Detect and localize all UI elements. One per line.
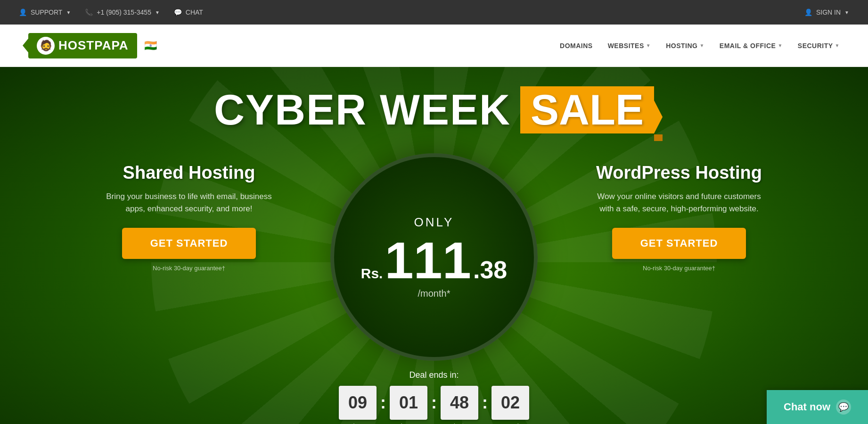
countdown-boxes: 09 days : 01 hours : 48 minutes : xyxy=(339,386,529,424)
signin-chevron: ▼ xyxy=(844,10,849,15)
shared-hosting-title: Shared Hosting xyxy=(123,163,255,183)
phone-icon: 📞 xyxy=(85,8,93,16)
support-link[interactable]: 👤 SUPPORT ▼ xyxy=(19,8,71,16)
countdown-minutes: 48 minutes xyxy=(441,386,478,424)
seconds-label: seconds xyxy=(499,422,522,424)
days-label: days xyxy=(351,422,364,424)
nav-websites[interactable]: WEBSITES ▼ xyxy=(608,42,651,50)
nav-security[interactable]: SECURITY ▼ xyxy=(798,42,840,50)
headline-sale-text: SALE xyxy=(520,86,654,133)
countdown-days: 09 days xyxy=(339,386,377,424)
phone-link[interactable]: 📞 +1 (905) 315-3455 ▼ xyxy=(85,8,160,16)
hero-headline: CYBER WEEK SALE xyxy=(214,86,654,134)
support-icon: 👤 xyxy=(19,8,27,16)
nav-domains[interactable]: DOMAINS xyxy=(560,42,593,50)
support-label: SUPPORT xyxy=(31,8,62,16)
countdown-section: Deal ends in: 09 days : 01 hours : 48 mi… xyxy=(339,370,529,424)
days-value: 09 xyxy=(339,386,377,420)
shared-hosting-guarantee: No-risk 30-day guarantee† xyxy=(153,265,225,272)
minutes-value: 48 xyxy=(441,386,478,420)
colon-3: : xyxy=(482,393,488,413)
hosting-chevron: ▼ xyxy=(699,43,704,48)
user-icon: 👤 xyxy=(804,8,812,16)
colon-1: : xyxy=(380,393,386,413)
chat-topbar-icon: 💬 xyxy=(174,8,182,16)
headline-main-text: CYBER WEEK xyxy=(214,86,511,134)
top-bar: 👤 SUPPORT ▼ 📞 +1 (905) 315-3455 ▼ 💬 CHAT… xyxy=(0,0,868,25)
countdown-seconds: 02 seconds xyxy=(491,386,529,424)
logo-text: HOSTPAPA xyxy=(58,38,129,53)
phone-chevron: ▼ xyxy=(155,10,160,15)
price-circle: ONLY Rs. 111 .38 /month* xyxy=(330,153,538,361)
signin-link[interactable]: 👤 SIGN IN ▼ xyxy=(804,8,849,16)
support-chevron: ▼ xyxy=(66,10,71,15)
price-row: Rs. 111 .38 xyxy=(361,234,508,286)
chat-topbar-label: CHAT xyxy=(186,8,203,16)
logo-area: 🧔 HOSTPAPA 🇮🇳 xyxy=(28,33,157,58)
minutes-label: minutes xyxy=(449,422,470,424)
chat-now-label: Chat now xyxy=(784,401,830,413)
seconds-value: 02 xyxy=(491,386,529,420)
header: 🧔 HOSTPAPA 🇮🇳 DOMAINS WEBSITES ▼ HOSTING… xyxy=(0,25,868,67)
price-decimal: .38 xyxy=(473,256,507,284)
top-bar-left: 👤 SUPPORT ▼ 📞 +1 (905) 315-3455 ▼ 💬 CHAT xyxy=(19,8,203,16)
hero-content: Shared Hosting Bring your business to li… xyxy=(57,153,811,424)
nav-menu: DOMAINS WEBSITES ▼ HOSTING ▼ EMAIL & OFF… xyxy=(560,42,840,50)
wordpress-hosting-guarantee: No-risk 30-day guarantee† xyxy=(643,265,715,272)
shared-hosting-section: Shared Hosting Bring your business to li… xyxy=(57,153,321,272)
countdown-hours: 01 hours xyxy=(390,386,427,424)
phone-label: +1 (905) 315-3455 xyxy=(97,8,151,16)
hours-value: 01 xyxy=(390,386,427,420)
price-currency: Rs. xyxy=(361,266,383,282)
wordpress-hosting-cta[interactable]: GET STARTED xyxy=(612,228,746,259)
price-amount: 111 xyxy=(385,234,471,286)
nav-hosting[interactable]: HOSTING ▼ xyxy=(666,42,704,50)
logo-mascot: 🧔 xyxy=(37,37,55,55)
sale-tag-decoration xyxy=(654,134,663,141)
sale-badge: SALE xyxy=(520,86,654,134)
websites-chevron: ▼ xyxy=(646,43,651,48)
deal-ends-label: Deal ends in: xyxy=(339,370,529,380)
logo[interactable]: 🧔 HOSTPAPA xyxy=(28,33,137,58)
email-chevron: ▼ xyxy=(778,43,782,48)
hero-center: ONLY Rs. 111 .38 /month* Deal ends in: 0… xyxy=(321,153,547,424)
chat-now-icon: 💬 xyxy=(836,399,851,415)
wordpress-hosting-title: WordPress Hosting xyxy=(596,163,762,183)
price-only-label: ONLY xyxy=(414,215,454,230)
flag-icon[interactable]: 🇮🇳 xyxy=(144,40,157,52)
wordpress-hosting-desc: Wow your online visitors and future cust… xyxy=(590,191,769,215)
signin-label: SIGN IN xyxy=(816,8,841,16)
security-chevron: ▼ xyxy=(835,43,840,48)
nav-email-office[interactable]: EMAIL & OFFICE ▼ xyxy=(720,42,783,50)
shared-hosting-desc: Bring your business to life with email, … xyxy=(99,191,278,215)
chat-now-button[interactable]: Chat now 💬 xyxy=(767,390,868,424)
hero-section: CYBER WEEK SALE Shared Hosting Bring you… xyxy=(0,67,868,424)
price-per-month: /month* xyxy=(418,288,450,299)
colon-2: : xyxy=(431,393,437,413)
hours-label: hours xyxy=(401,422,417,424)
chat-link[interactable]: 💬 CHAT xyxy=(174,8,203,16)
wordpress-hosting-section: WordPress Hosting Wow your online visito… xyxy=(547,153,811,272)
shared-hosting-cta[interactable]: GET STARTED xyxy=(122,228,256,259)
